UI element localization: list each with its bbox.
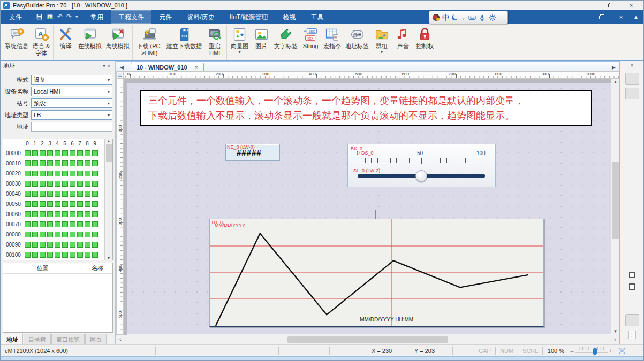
address-bit-cell[interactable] (61, 242, 69, 248)
address-bit-cell[interactable] (31, 181, 39, 187)
menu-file[interactable]: 文件 (1, 10, 31, 24)
zoom-slider-thumb[interactable] (593, 348, 597, 356)
address-bit-cell[interactable] (39, 252, 46, 258)
address-bit-cell[interactable] (61, 211, 69, 217)
dock-checkbox[interactable] (629, 283, 635, 290)
ribbon-system-info-button[interactable]: 系统信息 (3, 25, 31, 60)
address-bit-cell[interactable] (31, 211, 39, 217)
menu-tab-工程文件[interactable]: 工程文件 (111, 10, 151, 24)
hscroll-thumb[interactable] (287, 336, 448, 343)
address-bit-cell[interactable] (39, 201, 46, 207)
ribbon-restart-hmi-button[interactable]: 重启HMI (204, 25, 225, 60)
menu-tab-检视[interactable]: 检视 (276, 10, 304, 24)
panel-tab-地址[interactable]: 地址 (2, 334, 23, 344)
address-bit-cell[interactable] (46, 191, 54, 197)
address-bit-cell[interactable] (54, 232, 61, 237)
dock-grip[interactable]: ⋮ (628, 331, 636, 339)
address-bit-cell[interactable] (54, 191, 61, 197)
address-bit-cell[interactable] (61, 150, 69, 156)
address-bit-cell[interactable] (24, 252, 31, 258)
address-bit-cell[interactable] (76, 171, 84, 176)
minimize-button[interactable]: — (580, 2, 601, 9)
scroll-thumb[interactable] (106, 144, 112, 162)
address-bit-cell[interactable] (76, 150, 84, 156)
address-bit-cell[interactable] (91, 181, 99, 187)
window-tab[interactable]: 10 - WINDOW_010 × (131, 63, 204, 71)
address-bit-cell[interactable] (61, 171, 69, 176)
address-bit-cell[interactable] (46, 181, 54, 187)
gear-icon[interactable] (489, 14, 496, 21)
address-bit-cell[interactable] (76, 232, 84, 237)
address-bit-cell[interactable] (69, 201, 76, 207)
scroll-down-icon[interactable]: ▼ (107, 256, 111, 260)
address-bit-cell[interactable] (24, 191, 31, 197)
address-bit-cell[interactable] (76, 221, 84, 227)
address-bit-cell[interactable] (76, 211, 84, 217)
address-bit-cell[interactable] (76, 252, 84, 258)
zoom-out-button[interactable]: – (569, 348, 575, 354)
ribbon-sound-button[interactable]: 声音 (392, 25, 414, 60)
field-select-2[interactable]: 预设▾ (31, 98, 112, 108)
address-bit-cell[interactable] (91, 171, 99, 176)
ribbon-control-token-button[interactable]: 控制权 (414, 25, 436, 60)
menu-tab-IIoT/能源管理[interactable]: IIoT/能源管理 (222, 10, 275, 24)
address-bit-cell[interactable] (84, 242, 91, 248)
scroll-up-icon[interactable]: ▲ (107, 139, 111, 143)
ribbon-download-button[interactable]: 下载 (PC->HMI) (132, 25, 164, 60)
field-select-1[interactable]: Local HMI▾ (31, 87, 112, 96)
address-bit-cell[interactable] (39, 232, 46, 237)
address-bit-cell[interactable] (61, 160, 69, 166)
dock-close-icon[interactable]: × (631, 63, 634, 68)
address-bit-cell[interactable] (46, 242, 54, 248)
tab-scroll-right-icon[interactable]: ▶ (609, 65, 618, 71)
address-bit-cell[interactable] (84, 211, 91, 217)
ribbon-string-button[interactable]: abcxxxString (300, 25, 321, 60)
ime-chinese-mode[interactable]: 中 (442, 13, 449, 22)
address-bit-cell[interactable] (46, 211, 54, 217)
dock-checkbox[interactable] (629, 272, 635, 278)
address-input[interactable] (31, 122, 112, 132)
address-bit-cell[interactable] (31, 191, 39, 197)
canvas-hscrollbar[interactable]: ‹ › (116, 335, 619, 344)
address-bit-cell[interactable] (46, 160, 54, 166)
address-bit-cell[interactable] (84, 171, 91, 176)
address-bit-cell[interactable] (39, 242, 46, 248)
address-bit-cell[interactable] (76, 201, 84, 207)
address-bit-cell[interactable] (61, 221, 69, 227)
address-bit-cell[interactable] (54, 150, 61, 156)
address-bit-cell[interactable] (39, 181, 46, 187)
address-bit-cell[interactable] (54, 201, 61, 207)
address-bit-cell[interactable] (54, 181, 61, 187)
collapse-ribbon-icon[interactable]: ▴ (631, 13, 641, 20)
note-text-widget[interactable]: 三个元件，一个数值输入，一个滚动条，一个趋势图，变量链接的都是默认的内部变量， … (140, 90, 592, 126)
fit-window-icon[interactable] (614, 347, 630, 355)
address-bit-cell[interactable] (84, 181, 91, 187)
address-bit-cell[interactable] (39, 160, 46, 166)
address-bit-cell[interactable] (54, 242, 61, 248)
ribbon-compile-button[interactable]: 编译 (53, 25, 75, 60)
design-canvas[interactable]: 三个元件，一个数值输入，一个滚动条，一个趋势图，变量链接的都是默认的内部变量， … (124, 79, 611, 335)
ribbon-picture-button[interactable]: 图片 (251, 25, 272, 60)
address-bit-cell[interactable] (84, 160, 91, 166)
address-bit-cell[interactable] (69, 221, 76, 227)
grid-scrollbar[interactable]: ▲ ▼ (104, 139, 112, 260)
ribbon-build-download-button[interactable]: SD建立下载数据 (164, 25, 204, 60)
address-bit-cell[interactable] (91, 252, 99, 258)
dropdown-arrow-icon[interactable]: ▾ (239, 50, 241, 55)
address-bit-cell[interactable] (61, 252, 69, 258)
ribbon-language-font-button[interactable]: A语言 &字体 (31, 25, 52, 60)
address-bit-cell[interactable] (24, 232, 31, 237)
address-bit-cell[interactable] (39, 171, 46, 176)
address-bit-cell[interactable] (24, 171, 31, 176)
address-bit-cell[interactable] (69, 252, 76, 258)
canvas-vscrollbar[interactable]: ▲ ▼ (611, 79, 619, 335)
address-bit-cell[interactable] (84, 201, 91, 207)
address-bit-cell[interactable] (91, 191, 99, 197)
address-bit-cell[interactable] (91, 221, 99, 227)
address-bit-cell[interactable] (39, 211, 46, 217)
doc-minimize-button[interactable]: – (573, 14, 592, 20)
address-bit-cell[interactable] (54, 252, 61, 258)
panel-dropdown-icon[interactable]: ▾ (103, 63, 108, 68)
address-bit-cell[interactable] (91, 242, 99, 248)
address-bit-cell[interactable] (61, 201, 69, 207)
